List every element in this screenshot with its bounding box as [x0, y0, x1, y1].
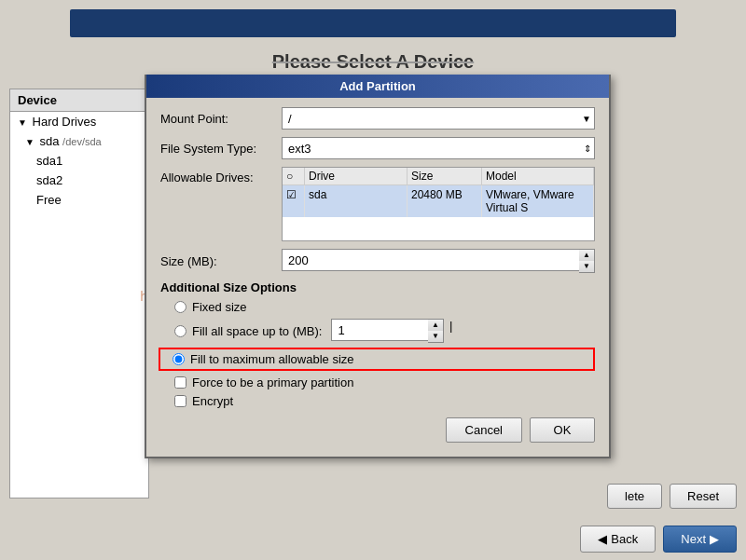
mount-point-select-wrapper: / /boot /home /tmp /var ▼ — [282, 107, 595, 130]
fill-max-row: Fill to maximum allowable size — [159, 348, 595, 371]
mount-point-row: Mount Point: / /boot /home /tmp /var ▼ — [160, 107, 595, 130]
size-spin-wrapper: ▲ ▼ — [282, 249, 595, 273]
fixed-size-row: Fixed size — [160, 300, 595, 314]
fill-upto-row: Fill all space up to (MB): ▲ ▼ | — [160, 319, 595, 343]
fill-upto-input[interactable] — [331, 319, 428, 341]
cancel-button[interactable]: Cancel — [446, 417, 522, 443]
drive-name-cell: sda — [305, 185, 408, 217]
additional-size-section: Additional Size Options Fixed size Fill … — [160, 280, 595, 371]
next-button[interactable]: Next ▶ — [663, 526, 737, 553]
filesystem-select[interactable]: ext3 ext2 ext4 swap vfat — [282, 137, 595, 159]
reset-button[interactable]: Reset — [670, 484, 737, 509]
fill-upto-label: Fill all space up to (MB): — [192, 324, 322, 338]
dialog-title: Add Partition — [146, 75, 609, 98]
dialog-footer: Cancel OK — [160, 417, 595, 443]
ok-button[interactable]: OK — [530, 417, 595, 443]
primary-partition-checkbox[interactable] — [174, 376, 186, 389]
encrypt-checkbox[interactable] — [174, 395, 186, 407]
mount-point-select[interactable]: / /boot /home /tmp /var — [282, 107, 595, 130]
delete-button[interactable]: lete — [607, 484, 662, 509]
back-label: Back — [611, 532, 638, 546]
drives-table-header: ○ Drive Size Model — [283, 168, 594, 185]
primary-partition-row: Force to be a primary partition — [160, 376, 595, 389]
allowable-drives-label: Allowable Drives: — [160, 167, 282, 184]
top-bar — [70, 9, 676, 37]
allowable-drives-table: ○ Drive Size Model ☑ sda 20480 MB VMware… — [282, 167, 595, 241]
fill-upto-spin-wrapper: ▲ ▼ | — [331, 319, 452, 343]
mount-point-label: Mount Point: — [160, 112, 282, 126]
fill-upto-spin-buttons: ▲ ▼ — [428, 319, 444, 343]
next-label: Next — [681, 532, 706, 546]
size-label: Size (MB): — [160, 254, 282, 268]
tree-free[interactable]: Free — [10, 190, 148, 210]
fill-max-radio[interactable] — [173, 353, 185, 365]
drive-model-cell: VMware, VMware Virtual S — [482, 185, 594, 217]
size-spin-buttons: ▲ ▼ — [579, 249, 595, 273]
size-spin-down[interactable]: ▼ — [579, 261, 594, 272]
size-input[interactable] — [282, 249, 579, 271]
device-panel: Device ▼ Hard Drives ▼ sda /dev/sda sda1… — [9, 89, 149, 499]
drives-col-drive: Drive — [305, 168, 408, 184]
arrow-sda: ▼ — [25, 137, 35, 147]
filesystem-row: File System Type: ext3 ext2 ext4 swap vf… — [160, 137, 595, 159]
fill-upto-radio[interactable] — [174, 325, 186, 337]
tree-sda[interactable]: ▼ sda /dev/sda — [10, 131, 148, 151]
page-title: Please Select A Device — [0, 51, 746, 73]
filesystem-label: File System Type: — [160, 142, 282, 156]
fixed-size-radio[interactable] — [174, 301, 186, 313]
device-panel-header: Device — [10, 89, 148, 112]
cursor-icon: | — [449, 319, 452, 343]
tree-label-sda: sda /dev/sda — [40, 134, 102, 148]
tree-label-hard-drives: Hard Drives — [33, 115, 97, 129]
tree-label-free: Free — [36, 193, 62, 207]
tree-sda1[interactable]: sda1 — [10, 151, 148, 171]
tree-label-sda1: sda1 — [36, 154, 62, 168]
filesystem-select-wrapper: ext3 ext2 ext4 swap vfat ⇕ — [282, 137, 595, 159]
drives-col-size: Size — [408, 168, 482, 184]
size-spin-up[interactable]: ▲ — [579, 250, 594, 261]
primary-partition-label: Force to be a primary partition — [192, 376, 353, 389]
drive-checkbox-cell: ☑ — [283, 185, 305, 217]
bottom-navigation: ◀ Back Next ▶ — [580, 526, 737, 553]
back-button[interactable]: ◀ Back — [580, 526, 656, 553]
add-partition-dialog: Add Partition Mount Point: / /boot /home… — [145, 75, 611, 458]
fill-upto-spin-down[interactable]: ▼ — [428, 331, 443, 342]
fixed-size-label: Fixed size — [192, 300, 247, 314]
encrypt-row: Encrypt — [160, 394, 595, 408]
drives-table-row[interactable]: ☑ sda 20480 MB VMware, VMware Virtual S — [283, 185, 594, 217]
dialog-content: Mount Point: / /boot /home /tmp /var ▼ F… — [146, 98, 609, 457]
fill-max-label: Fill to maximum allowable size — [190, 352, 354, 366]
tree-label-sda2: sda2 — [36, 173, 62, 187]
back-arrow-icon: ◀ — [598, 532, 607, 546]
additional-size-title: Additional Size Options — [160, 280, 595, 294]
next-arrow-icon: ▶ — [710, 532, 719, 546]
allowable-drives-container: Allowable Drives: ○ Drive Size Model ☑ s… — [160, 167, 595, 241]
main-background: Please Select A Device Device ▼ Hard Dri… — [0, 0, 746, 560]
tree-sda2[interactable]: sda2 — [10, 171, 148, 190]
drives-col-check: ○ — [283, 168, 305, 184]
drive-size-cell: 20480 MB — [408, 185, 482, 217]
fill-upto-spin-up[interactable]: ▲ — [428, 320, 443, 331]
drives-col-model: Model — [482, 168, 594, 184]
size-row: Size (MB): ▲ ▼ — [160, 249, 595, 273]
tree-hard-drives[interactable]: ▼ Hard Drives — [10, 112, 148, 131]
arrow-hard-drives: ▼ — [18, 117, 27, 128]
background-buttons: lete Reset — [607, 484, 737, 509]
encrypt-label: Encrypt — [192, 394, 233, 408]
